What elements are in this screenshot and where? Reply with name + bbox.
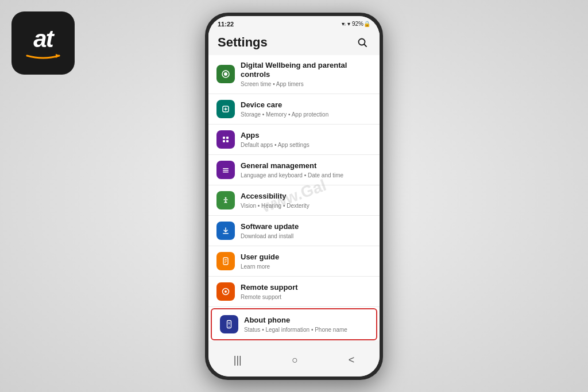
remote-support-subtitle: Remote support	[241, 293, 372, 301]
svg-rect-14	[223, 233, 229, 234]
svg-rect-6	[223, 137, 225, 139]
user-guide-title: User guide	[241, 253, 372, 262]
device-care-text: Device care Storage • Memory • App prote…	[241, 100, 372, 118]
about-phone-text: About phone Status • Legal information •…	[244, 316, 368, 333]
device-care-icon	[216, 100, 235, 118]
general-management-icon	[216, 161, 235, 179]
user-guide-subtitle: Learn more	[241, 263, 372, 270]
settings-item-device-care[interactable]: Device care Storage • Memory • App prote…	[208, 94, 380, 125]
digital-wellbeing-subtitle: Screen time • App timers	[241, 80, 372, 88]
settings-item-digital-wellbeing[interactable]: Digital Wellbeing and parental controls …	[208, 55, 380, 95]
svg-point-13	[225, 197, 227, 199]
status-icons: ▾ᵢ ▾ 92%🔒	[342, 21, 370, 27]
remote-support-title: Remote support	[241, 283, 372, 293]
search-icon	[357, 37, 368, 48]
amazon-arrow-icon	[26, 52, 60, 59]
svg-point-22	[229, 326, 230, 327]
remote-support-icon	[216, 282, 235, 301]
device-care-title: Device care	[241, 100, 372, 110]
general-management-text: General management Language and keyboard…	[241, 161, 372, 179]
svg-rect-10	[223, 168, 229, 169]
status-time: 11:22	[218, 21, 234, 28]
user-guide-text: User guide Learn more	[241, 253, 372, 270]
about-phone-title: About phone	[244, 316, 368, 325]
device-care-subtitle: Storage • Memory • App protection	[241, 111, 372, 118]
apps-text: Apps Default apps • App settings	[241, 131, 372, 149]
svg-line-2	[364, 44, 366, 46]
bottom-navigation: ||| ○ <	[208, 346, 380, 377]
svg-point-4	[224, 72, 227, 76]
settings-item-about-phone[interactable]: About phone Status • Legal information •…	[211, 308, 377, 340]
software-update-icon	[216, 222, 235, 240]
accessibility-subtitle: Vision • Hearing • Dexterity	[241, 202, 372, 209]
phone-screen: 11:22 ▾ᵢ ▾ 92%🔒 Settings	[208, 16, 380, 377]
settings-content: Settings Digital Wellbeing and pare	[208, 30, 380, 346]
about-phone-subtitle: Status • Legal information • Phone name	[244, 326, 368, 333]
svg-rect-12	[223, 172, 229, 173]
settings-header: Settings	[208, 30, 380, 55]
svg-rect-16	[225, 259, 227, 260]
settings-item-user-guide[interactable]: User guide Learn more	[208, 246, 380, 277]
search-button[interactable]	[354, 34, 370, 51]
apps-subtitle: Default apps • App settings	[241, 141, 372, 149]
amazon-at-logo: at	[11, 11, 75, 75]
remote-support-text: Remote support Remote support	[241, 283, 372, 301]
apps-icon	[216, 130, 235, 149]
general-management-title: General management	[241, 161, 372, 171]
apps-title: Apps	[241, 131, 372, 141]
settings-list: Digital Wellbeing and parental controls …	[208, 55, 380, 341]
recent-apps-button[interactable]: |||	[222, 352, 253, 368]
svg-rect-24	[229, 324, 230, 324]
status-bar: 11:22 ▾ᵢ ▾ 92%🔒	[208, 16, 380, 30]
phone-frame: 11:22 ▾ᵢ ▾ 92%🔒 Settings	[205, 13, 383, 380]
page-title: Settings	[218, 35, 268, 50]
digital-wellbeing-text: Digital Wellbeing and parental controls …	[241, 61, 372, 88]
settings-item-apps[interactable]: Apps Default apps • App settings	[208, 125, 380, 155]
accessibility-text: Accessibility Vision • Hearing • Dexteri…	[241, 192, 372, 209]
svg-rect-8	[223, 140, 225, 142]
settings-item-software-update[interactable]: Software update Download and install	[208, 216, 380, 246]
svg-rect-9	[226, 140, 229, 142]
software-update-title: Software update	[241, 222, 372, 232]
settings-item-general-management[interactable]: General management Language and keyboard…	[208, 155, 380, 185]
svg-rect-17	[225, 261, 227, 262]
digital-wellbeing-icon	[216, 65, 235, 83]
svg-rect-23	[228, 323, 230, 323]
back-button[interactable]: <	[337, 352, 366, 368]
accessibility-title: Accessibility	[241, 192, 372, 201]
battery-icon: ▾ 92%🔒	[347, 21, 370, 27]
svg-marker-0	[56, 54, 60, 58]
digital-wellbeing-title: Digital Wellbeing and parental controls	[241, 61, 372, 80]
general-management-subtitle: Language and keyboard • Date and time	[241, 172, 372, 179]
logo-text: at	[33, 27, 52, 51]
software-update-subtitle: Download and install	[241, 232, 372, 240]
settings-item-accessibility[interactable]: Accessibility Vision • Hearing • Dexteri…	[208, 185, 380, 216]
about-phone-icon	[220, 315, 238, 333]
svg-rect-11	[223, 170, 229, 171]
home-button[interactable]: ○	[280, 352, 310, 368]
svg-point-20	[225, 290, 227, 293]
accessibility-icon	[216, 191, 235, 209]
software-update-text: Software update Download and install	[241, 222, 372, 240]
svg-rect-18	[225, 262, 226, 263]
signal-icon: ▾ᵢ	[342, 21, 346, 27]
user-guide-icon	[216, 252, 235, 270]
settings-item-remote-support[interactable]: Remote support Remote support	[208, 277, 380, 307]
svg-rect-7	[226, 137, 229, 139]
